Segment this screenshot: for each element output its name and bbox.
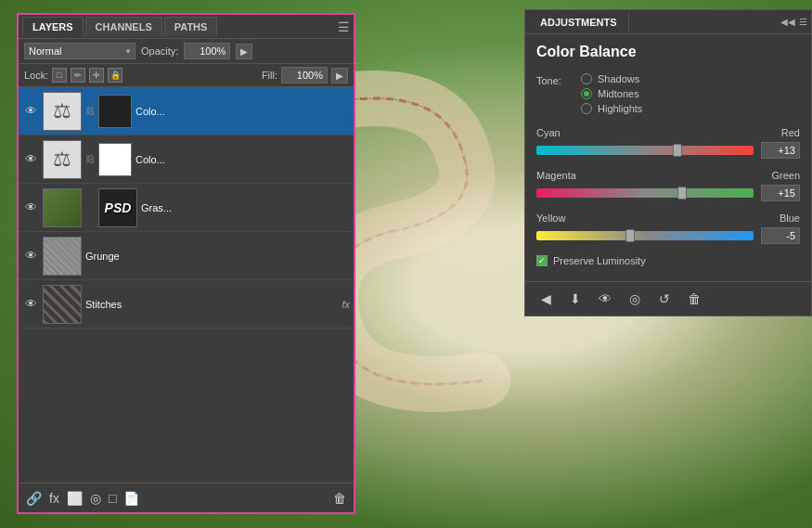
delete-icon[interactable]: 🗑	[683, 288, 705, 310]
midtones-option[interactable]: Midtones	[581, 88, 642, 99]
adjustments-panel-header: ADJUSTMENTS ◀◀ ☰	[525, 10, 811, 34]
layer-item[interactable]: 👁 ⚖ ⛓ Colo...	[19, 87, 354, 135]
layer-link-icon[interactable]	[85, 200, 95, 216]
panel-tabs: LAYERS CHANNELS PATHS ☰	[19, 15, 354, 39]
lock-transparency-icon[interactable]: □	[52, 68, 67, 83]
new-layer-icon[interactable]: 📄	[123, 491, 139, 506]
layers-footer: 🔗 fx ⬜ ◎ □ 📄 🗑	[19, 483, 354, 512]
lock-label: Lock:	[24, 70, 48, 81]
layer-link-icon[interactable]: ⛓	[85, 151, 95, 168]
shadows-label: Shadows	[598, 73, 639, 84]
layer-visibility-toggle[interactable]: 👁	[22, 296, 39, 313]
adjustment-title: Color Balance	[525, 34, 811, 66]
lock-paint-icon[interactable]: ✏	[71, 68, 85, 83]
magenta-green-value[interactable]	[761, 185, 800, 201]
yellow-blue-slider-wrapper	[536, 227, 800, 244]
highlights-radio[interactable]	[581, 103, 592, 114]
yellow-blue-track[interactable]	[536, 231, 754, 240]
layer-item[interactable]: 👁 Grunge	[19, 232, 354, 280]
lock-all-icon[interactable]: 🔒	[108, 68, 122, 83]
preserve-luminosity-row: Preserve Luminosity	[536, 255, 800, 266]
magenta-green-thumb[interactable]	[677, 187, 687, 200]
yellow-blue-labels: Yellow Blue	[536, 212, 800, 224]
delete-layer-icon[interactable]: 🗑	[333, 491, 346, 506]
magenta-green-slider-row: Magenta Green	[536, 170, 800, 201]
cyan-red-slider-wrapper	[536, 142, 800, 159]
layer-link-icon[interactable]: ⛓	[85, 103, 95, 120]
yellow-blue-slider-row: Yellow Blue	[536, 212, 800, 244]
layer-smart-object: PSD	[98, 188, 137, 227]
layer-item[interactable]: 👁 ⚖ ⛓ Colo...	[19, 135, 354, 184]
back-icon[interactable]: ◀	[535, 288, 557, 310]
layer-mask	[98, 143, 132, 176]
preserve-luminosity-label: Preserve Luminosity	[553, 255, 646, 266]
layer-thumbnail: ⚖	[43, 92, 82, 131]
layer-fx-badge: fx	[342, 299, 350, 310]
tone-row: Tone: Shadows Midtones Highlights	[536, 73, 800, 114]
layer-item[interactable]: 👁 PSD Gras...	[19, 184, 354, 232]
shadows-option[interactable]: Shadows	[581, 73, 642, 84]
clip-to-layer-icon[interactable]: ⬇	[564, 288, 586, 310]
magenta-green-slider-wrapper	[536, 185, 800, 201]
new-group-icon[interactable]: □	[109, 491, 116, 506]
visibility-icon[interactable]: 👁	[594, 288, 616, 310]
highlights-option[interactable]: Highlights	[581, 103, 642, 114]
add-mask-icon[interactable]: ⬜	[67, 491, 83, 506]
lock-row: Lock: □ ✏ ✛ 🔒 Fill: ▶	[19, 64, 354, 87]
opacity-arrow-btn[interactable]: ▶	[236, 44, 252, 59]
blend-mode-wrapper: Normal Multiply Screen Overlay	[24, 43, 135, 59]
layer-item[interactable]: 👁 Stitches fx	[19, 280, 354, 328]
yellow-blue-value[interactable]	[761, 227, 800, 244]
opacity-input[interactable]	[184, 43, 230, 59]
fill-input[interactable]	[281, 67, 328, 84]
cyan-red-value[interactable]	[761, 142, 800, 159]
layers-list: 👁 ⚖ ⛓ Colo... 👁 ⚖ ⛓ Colo... 👁 PSD	[19, 87, 354, 483]
fill-label: Fill:	[262, 70, 277, 81]
adjustments-panel: ADJUSTMENTS ◀◀ ☰ Color Balance Tone: Sha…	[524, 9, 812, 316]
lock-move-icon[interactable]: ✛	[89, 68, 104, 83]
layer-name: Gras...	[141, 202, 350, 213]
magenta-label: Magenta	[536, 170, 576, 181]
link-layers-icon[interactable]: 🔗	[26, 491, 42, 506]
cyan-red-slider-row: Cyan Red	[536, 127, 800, 159]
adjustment-icon: ⚖	[53, 148, 71, 172]
new-fill-adjustment-icon[interactable]: ◎	[90, 491, 101, 506]
cyan-red-track[interactable]	[536, 146, 754, 155]
layer-visibility-toggle[interactable]: 👁	[22, 200, 39, 216]
preserve-luminosity-checkbox[interactable]	[536, 255, 548, 266]
panel-collapse-icon[interactable]: ◀◀	[780, 17, 795, 27]
panel-menu-icon[interactable]: ☰	[799, 17, 807, 27]
blend-mode-select[interactable]: Normal Multiply Screen Overlay	[24, 43, 135, 59]
reset-icon[interactable]: ↺	[653, 288, 676, 310]
magenta-green-track[interactable]	[536, 188, 754, 198]
tab-layers[interactable]: LAYERS	[22, 17, 84, 36]
tone-options: Shadows Midtones Highlights	[581, 73, 642, 114]
shadows-radio[interactable]	[581, 73, 592, 84]
yellow-blue-thumb[interactable]	[625, 229, 635, 242]
highlights-label: Highlights	[598, 103, 642, 114]
panel-header-icons: ◀◀ ☰	[780, 17, 807, 27]
adjustments-footer: ◀ ⬇ 👁 ◎ ↺ 🗑	[525, 281, 811, 316]
layer-name: Stitches	[85, 299, 338, 310]
cyan-red-thumb[interactable]	[673, 144, 682, 157]
eye-with-x-icon[interactable]: ◎	[624, 288, 646, 310]
layer-name: Colo...	[135, 106, 350, 117]
blue-label: Blue	[780, 212, 800, 224]
tab-paths[interactable]: PATHS	[164, 17, 218, 36]
fill-arrow-btn[interactable]: ▶	[331, 68, 348, 84]
add-effect-icon[interactable]: fx	[49, 491, 59, 506]
adjustments-tab[interactable]: ADJUSTMENTS	[529, 13, 629, 32]
layer-visibility-toggle[interactable]: 👁	[22, 248, 39, 264]
panel-menu-icon[interactable]: ☰	[338, 19, 350, 34]
layer-visibility-toggle[interactable]: 👁	[22, 151, 39, 168]
yellow-label: Yellow	[536, 212, 565, 224]
layer-mask	[98, 95, 132, 128]
cyan-label: Cyan	[536, 127, 561, 138]
layer-visibility-toggle[interactable]: 👁	[22, 103, 39, 120]
midtones-radio[interactable]	[581, 88, 592, 99]
red-label: Red	[781, 127, 800, 138]
tab-channels[interactable]: CHANNELS	[85, 17, 162, 36]
cyan-red-labels: Cyan Red	[536, 127, 800, 138]
adjustment-icon: ⚖	[53, 99, 71, 123]
midtones-label: Midtones	[598, 88, 639, 99]
